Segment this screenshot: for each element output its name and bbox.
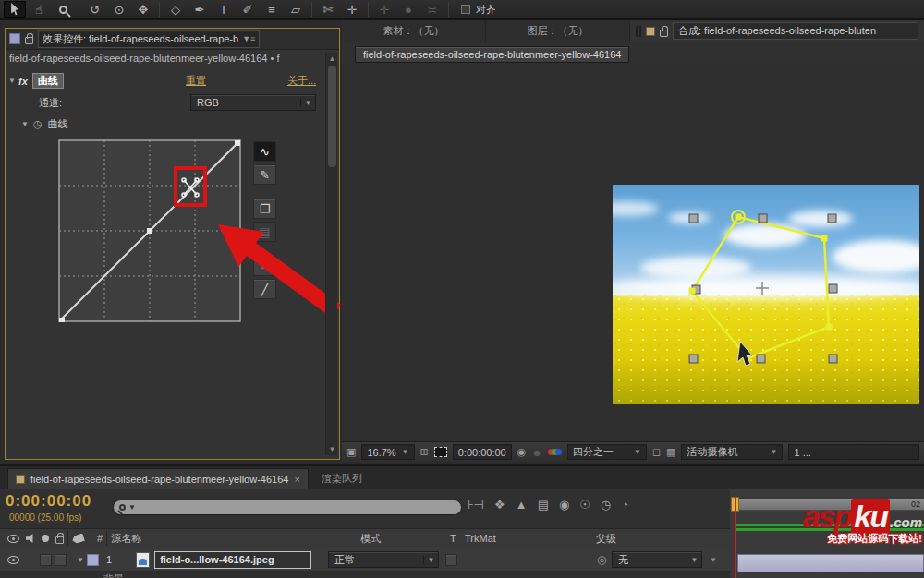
comp-flowchart-icon[interactable]: ⊦⊣: [468, 498, 484, 512]
trkmat-column-label[interactable]: TrkMat: [465, 533, 496, 544]
show-channel-icon[interactable]: [548, 449, 562, 455]
channel-dropdown[interactable]: RGB ▼: [190, 94, 316, 111]
resolution-dropdown[interactable]: 四分之一 ▼: [567, 444, 647, 460]
transparency-grid-icon[interactable]: ▦: [666, 446, 675, 458]
curve-draw-tool-button[interactable]: ∿: [253, 141, 276, 162]
twirl-down-icon[interactable]: ▼: [6, 77, 18, 85]
solo-toggle[interactable]: [55, 554, 67, 566]
live-update-icon[interactable]: ❖: [494, 498, 505, 512]
curves-graph[interactable]: [58, 139, 241, 322]
resolution-widget-icon[interactable]: ▣: [346, 446, 356, 458]
effect-controls-tab[interactable]: 效果控件: field-of-rapeseeds-oilseed-rape-b …: [38, 30, 260, 48]
reset-line-button[interactable]: ╱: [253, 279, 276, 299]
align-checkbox[interactable]: [461, 5, 470, 14]
magnification-dropdown[interactable]: 16.7% ▼: [361, 444, 414, 460]
stopwatch-icon[interactable]: ◷: [33, 118, 43, 130]
layer-visibility-eye-icon[interactable]: [7, 556, 19, 564]
tab-footage[interactable]: 素材：（无）: [342, 20, 486, 42]
tab-layer[interactable]: 图层：（无）: [486, 20, 630, 42]
curve-point-mid[interactable]: [147, 228, 152, 234]
rotation-tool-button[interactable]: ↺: [84, 1, 106, 18]
rapeseed-field-image[interactable]: [613, 185, 919, 404]
layer-source-name[interactable]: field-o...llow-46164.jpeg: [154, 551, 311, 569]
fx-badge[interactable]: fx: [18, 76, 28, 87]
about-link[interactable]: 关于...: [287, 74, 316, 88]
open-curve-button[interactable]: ❐: [253, 199, 276, 219]
view-layout-dropdown[interactable]: 1 ...: [788, 444, 919, 460]
safe-zones-icon[interactable]: ⊞: [420, 446, 429, 458]
layer-row[interactable]: ▼ 1 field-o...llow-46164.jpeg 正常 ▼ ◎ 无 ▼…: [0, 548, 730, 572]
mask-vertices[interactable]: [689, 211, 832, 361]
timeline-comp-tab[interactable]: field-of-rapeseeds-oilseed-rape-blutenme…: [7, 468, 309, 489]
panel-menu-icon[interactable]: ▼≡: [242, 34, 255, 43]
tab-composition[interactable]: 合成: field-of-rapeseeds-oilseed-rape-blut…: [673, 22, 918, 40]
lock-icon[interactable]: [25, 37, 33, 44]
pan-behind-tool-button[interactable]: ✥: [132, 1, 154, 18]
hand-tool-button[interactable]: ☝: [28, 1, 50, 18]
lock-column-icon: [55, 536, 64, 544]
parent-pickwhip-icon[interactable]: ◎: [597, 553, 606, 566]
current-time-indicator-line[interactable]: [735, 497, 736, 578]
parent-column-label[interactable]: 父级: [596, 532, 616, 546]
viewer-timecode[interactable]: 0:00:00:00: [453, 444, 512, 460]
layer-label-swatch[interactable]: [87, 554, 99, 566]
comp-name-button[interactable]: field-of-rapeseeds-oilseed-rape-blutenme…: [355, 46, 629, 63]
source-name-column-label[interactable]: 源名称: [111, 532, 141, 546]
puppet-pin-tool-button[interactable]: ✛: [341, 1, 363, 18]
curve-point-black[interactable]: [59, 318, 65, 322]
camera-view-dropdown[interactable]: 活动摄像机 ▼: [681, 444, 783, 460]
frame-blend-icon[interactable]: ▤: [538, 498, 549, 512]
snapshot-camera-icon[interactable]: ◉: [517, 446, 527, 458]
lock-icon[interactable]: [660, 30, 668, 37]
show-snapshot-icon[interactable]: ☻: [531, 447, 542, 458]
motion-blur-icon[interactable]: ◉: [559, 498, 569, 512]
graph-editor-icon[interactable]: ◔: [621, 498, 628, 512]
panel-grip-icon[interactable]: [636, 26, 641, 37]
parent-dropdown[interactable]: 无 ▼: [612, 551, 702, 568]
timeline-track-area[interactable]: 02 aspku.com 免费网站源码下载站!: [730, 489, 924, 578]
twirl-down-icon[interactable]: ▼: [18, 120, 31, 128]
selection-tool-button[interactable]: [4, 1, 26, 18]
brush-tool-button[interactable]: ✐: [237, 1, 259, 18]
effect-panel-scrollbar[interactable]: ▲ ▼: [325, 53, 337, 455]
effect-name[interactable]: 曲线: [32, 73, 64, 89]
target-region-icon[interactable]: ◻: [652, 446, 661, 458]
eraser-tool-button[interactable]: ▱: [285, 1, 307, 18]
mask-shape-tool-button[interactable]: ◇: [164, 1, 187, 18]
timeline-comp-tab-label: field-of-rapeseeds-oilseed-rape-blutenme…: [30, 474, 288, 485]
composition-stage[interactable]: [342, 65, 924, 441]
reset-link[interactable]: 重置: [186, 74, 206, 88]
pen-tool-button[interactable]: ✒: [188, 1, 211, 18]
layer-duration-bar[interactable]: [737, 554, 924, 572]
save-curve-button[interactable]: ▤: [253, 222, 276, 242]
smooth-curve-button[interactable]: ≈: [253, 256, 276, 276]
timeline-search-input[interactable]: ▼: [113, 500, 462, 515]
tool-bar: ☝ ↺ ⊙ ✥ ◇ ✒ T ✐ ≡ ▱ ✄ ✛ ✛ ● ≍ 对齐: [0, 0, 924, 20]
audio-toggle[interactable]: [40, 554, 52, 566]
camera-tool-button[interactable]: ⊙: [108, 1, 130, 18]
render-queue-tab[interactable]: 渲染队列: [309, 468, 375, 489]
mouse-cursor-icon: [737, 342, 753, 366]
draft-3d-icon[interactable]: ▲: [516, 498, 528, 512]
auto-keyframe-icon[interactable]: ◷: [601, 498, 611, 512]
mode-column-label[interactable]: 模式: [360, 532, 381, 546]
pencil-tool-button[interactable]: ✎: [253, 164, 276, 185]
zoom-tool-button[interactable]: [52, 1, 74, 18]
workspace-icon-b: ●: [397, 1, 419, 18]
scrollbar-thumb[interactable]: [328, 66, 336, 167]
chevron-down-icon[interactable]: ▼: [710, 556, 717, 564]
close-icon[interactable]: ×: [294, 474, 299, 485]
type-tool-button[interactable]: T: [213, 1, 235, 18]
layer-twirl-icon[interactable]: ▼: [74, 556, 87, 564]
scroll-up-icon[interactable]: ▲: [326, 54, 338, 63]
region-of-interest-icon[interactable]: [434, 447, 447, 457]
roto-brush-tool-button[interactable]: ✄: [317, 1, 339, 18]
trkmat-toggle[interactable]: [445, 554, 457, 566]
current-timecode[interactable]: 0:00:00:00: [6, 492, 91, 512]
clone-stamp-tool-button[interactable]: ≡: [261, 1, 283, 18]
brainstorm-icon[interactable]: ☉: [579, 498, 590, 512]
t-column-label[interactable]: T: [450, 533, 456, 544]
scroll-down-icon[interactable]: ▼: [326, 445, 338, 453]
curve-point-white[interactable]: [235, 140, 240, 146]
blend-mode-dropdown[interactable]: 正常 ▼: [328, 551, 439, 568]
